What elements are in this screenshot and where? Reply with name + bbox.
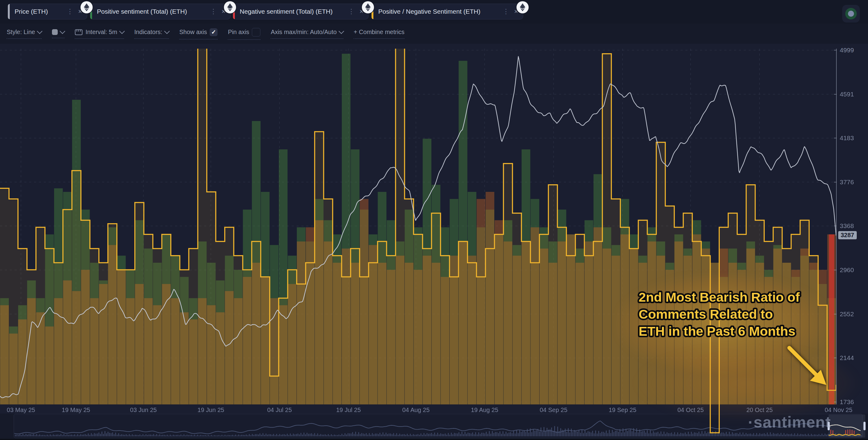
tab-negative-sentiment-total-eth[interactable]: Negative sentiment (Total) (ETH)⋮× bbox=[233, 4, 369, 20]
interval-label: Interval: 5m bbox=[85, 29, 117, 36]
color-picker[interactable] bbox=[52, 29, 64, 38]
interval-dropdown[interactable]: Interval: 5m bbox=[75, 29, 124, 39]
tab-label: Positive sentiment (Total) (ETH) bbox=[92, 8, 190, 15]
tab-label: Positive / Negative Sentiment (ETH) bbox=[373, 8, 484, 15]
date-axis-label: 20 Oct 25 bbox=[746, 407, 773, 414]
show-axis-checkbox[interactable]: ✓ bbox=[210, 28, 218, 36]
style-label: Style: Line bbox=[7, 29, 35, 36]
santiment-chart-app: Price (ETH)⋮×Positive sentiment (Total) … bbox=[0, 0, 868, 440]
style-dropdown[interactable]: Style: Line bbox=[7, 29, 42, 39]
pin-axis-toggle[interactable]: Pin axis bbox=[228, 28, 260, 40]
tab-menu-icon[interactable]: ⋮ bbox=[500, 8, 512, 16]
date-axis-label: 04 Jul 25 bbox=[267, 407, 292, 414]
axis-tick-mark bbox=[834, 358, 836, 358]
price-axis-label: 3776 bbox=[840, 178, 854, 186]
date-axis-label: 04 Oct 25 bbox=[678, 407, 704, 414]
axis-maxmin-dropdown[interactable]: Axis max/min: Auto/Auto bbox=[271, 29, 343, 39]
date-axis-label: 03 May 25 bbox=[7, 407, 35, 414]
date-axis-label: 03 Jun 25 bbox=[130, 407, 157, 414]
combine-metrics-label: + Combine metrics bbox=[354, 29, 404, 36]
axis-tick-mark bbox=[834, 402, 836, 402]
price-axis-label: 1736 bbox=[840, 398, 854, 406]
price-axis-label: 4999 bbox=[840, 47, 854, 54]
chevron-down-icon bbox=[37, 28, 42, 34]
pin-axis-checkbox[interactable] bbox=[252, 28, 260, 36]
ruler-icon bbox=[75, 29, 83, 35]
checkmark-icon: ✓ bbox=[211, 29, 216, 36]
combine-metrics-button[interactable]: + Combine metrics bbox=[354, 29, 404, 39]
profile-button[interactable] bbox=[842, 5, 860, 23]
chevron-down-icon bbox=[60, 28, 65, 34]
tab-menu-icon[interactable]: ⋮ bbox=[345, 8, 357, 16]
brush-right-handle[interactable] bbox=[863, 422, 866, 430]
indicators-label: Indicators: bbox=[134, 29, 162, 36]
date-axis-label: 19 Jul 25 bbox=[336, 407, 361, 414]
price-axis-label: 4183 bbox=[840, 135, 854, 142]
show-axis-toggle[interactable]: Show axis ✓ bbox=[179, 28, 218, 39]
eth-logo-icon bbox=[81, 1, 93, 13]
tab-price-eth[interactable]: Price (ETH)⋮× bbox=[8, 4, 87, 20]
date-axis-label: 19 Sep 25 bbox=[609, 407, 636, 414]
chevron-down-icon bbox=[338, 28, 344, 34]
price-axis-label: 3368 bbox=[840, 222, 854, 230]
price-axis-label: 4591 bbox=[840, 91, 854, 98]
price-axis-label: 2144 bbox=[840, 354, 854, 361]
axis-tick-mark bbox=[834, 94, 836, 94]
date-axis-label: 19 Jun 25 bbox=[197, 407, 224, 414]
tab-positive-negative-sentiment-eth[interactable]: Positive / Negative Sentiment (ETH)⋮× bbox=[371, 4, 523, 20]
minimap-brush-selection[interactable] bbox=[829, 414, 865, 438]
chevron-down-icon bbox=[119, 28, 125, 34]
bottom-edge bbox=[0, 439, 868, 440]
axis-tick-mark bbox=[834, 226, 836, 226]
eth-logo-icon bbox=[362, 1, 374, 13]
brush-left-handle[interactable] bbox=[828, 422, 830, 430]
chart-plot-area[interactable] bbox=[0, 49, 836, 438]
axis-tick-mark bbox=[834, 270, 836, 270]
date-axis-label: 19 May 25 bbox=[62, 407, 90, 414]
chevron-down-icon bbox=[164, 28, 169, 34]
date-axis-label: 19 Aug 25 bbox=[471, 407, 498, 414]
tab-label: Negative sentiment (Total) (ETH) bbox=[235, 8, 336, 15]
axis-tick-mark bbox=[834, 314, 836, 315]
date-axis-label: 04 Aug 25 bbox=[402, 407, 430, 414]
axis-tick-mark bbox=[834, 182, 836, 182]
indicators-dropdown[interactable]: Indicators: bbox=[134, 29, 169, 39]
price-axis-label: 2960 bbox=[840, 266, 854, 274]
status-ring-icon bbox=[845, 8, 857, 20]
tab-positive-sentiment-total-eth[interactable]: Positive sentiment (Total) (ETH)⋮× bbox=[90, 4, 230, 20]
chart-toolbar: Style: Line Interval: 5m Indicators: Sho… bbox=[0, 24, 868, 44]
date-axis-label: 04 Sep 25 bbox=[539, 407, 567, 414]
tab-label: Price (ETH) bbox=[10, 8, 51, 15]
eth-logo-icon bbox=[224, 1, 236, 13]
pin-axis-label: Pin axis bbox=[228, 29, 249, 36]
axis-tick-mark bbox=[834, 138, 836, 138]
metric-tab-bar: Price (ETH)⋮×Positive sentiment (Total) … bbox=[0, 0, 868, 24]
axis-maxmin-label: Axis max/min: Auto/Auto bbox=[271, 29, 337, 36]
color-swatch-icon bbox=[52, 29, 58, 35]
current-price-badge: 3287 bbox=[838, 231, 857, 239]
show-axis-label: Show axis bbox=[179, 29, 207, 36]
axis-tick-mark bbox=[834, 50, 836, 51]
tab-menu-icon[interactable]: ⋮ bbox=[64, 8, 76, 16]
price-axis-label: 2552 bbox=[840, 311, 854, 318]
date-axis-label: 04 Nov 25 bbox=[825, 407, 852, 414]
price-axis-line[interactable] bbox=[836, 49, 837, 404]
eth-logo-icon bbox=[517, 1, 529, 13]
tab-menu-icon[interactable]: ⋮ bbox=[208, 8, 219, 16]
